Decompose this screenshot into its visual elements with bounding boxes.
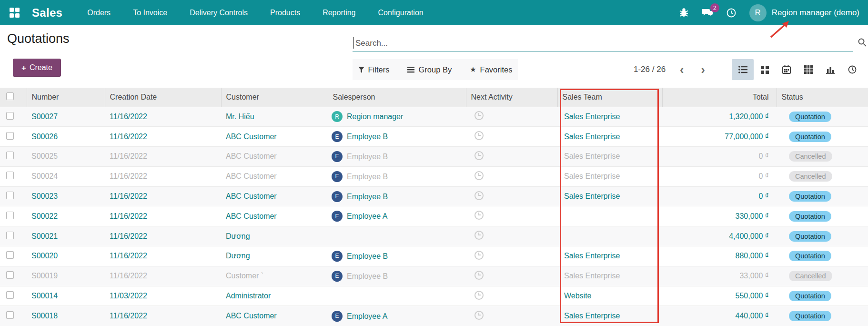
row-checkbox[interactable]: [6, 291, 14, 299]
star-icon: ★: [470, 65, 476, 74]
calendar-view-button[interactable]: [776, 59, 797, 80]
quotation-number-link[interactable]: S00018: [31, 312, 58, 320]
table-row[interactable]: S00022 11/16/2022 ABC Customer EEmployee…: [0, 206, 868, 226]
row-checkbox[interactable]: [6, 271, 14, 279]
row-checkbox[interactable]: [6, 212, 14, 219]
salesperson-cell: EEmployee B: [328, 127, 466, 147]
create-button-label: Create: [30, 63, 52, 72]
customer-cell: Customer `: [221, 266, 328, 286]
messages-icon[interactable]: 2: [702, 8, 713, 18]
menu-to-invoice[interactable]: To Invoice: [133, 9, 167, 17]
column-header-next-activity[interactable]: Next Activity: [466, 88, 557, 107]
column-header-creation-date[interactable]: Creation Date: [105, 88, 221, 107]
column-header-sales-team[interactable]: Sales Team: [557, 88, 662, 107]
table-row[interactable]: S00027 11/16/2022 Mr. Hiếu RRegion manag…: [0, 107, 868, 127]
table-row[interactable]: S00019 11/16/2022 Customer ` EEmployee B…: [0, 266, 868, 286]
row-checkbox[interactable]: [6, 251, 14, 259]
next-activity-clock-icon[interactable]: [474, 251, 484, 260]
table-row[interactable]: S00025 11/16/2022 ABC Customer EEmployee…: [0, 147, 868, 167]
quotation-number-link[interactable]: S00025: [31, 152, 58, 160]
apps-grid-icon[interactable]: [9, 7, 20, 19]
quotation-number-link[interactable]: S00023: [31, 192, 58, 200]
user-menu[interactable]: R Region manager (demo): [749, 4, 859, 21]
row-checkbox[interactable]: [6, 172, 14, 179]
menu-products[interactable]: Products: [270, 9, 300, 17]
select-all-checkbox[interactable]: [6, 92, 14, 100]
next-activity-clock-icon[interactable]: [474, 211, 484, 220]
salesperson-cell: EEmployee B: [328, 186, 466, 206]
column-header-salesperson[interactable]: Salesperson: [328, 88, 466, 107]
menu-delivery-controls[interactable]: Delivery Controls: [190, 9, 248, 17]
search-input[interactable]: [353, 35, 853, 51]
group-by-button[interactable]: Group By: [407, 65, 452, 74]
column-header-customer[interactable]: Customer: [221, 88, 328, 107]
menu-configuration[interactable]: Configuration: [378, 9, 424, 17]
filters-button[interactable]: Filters: [358, 65, 390, 74]
salesperson-avatar: E: [332, 271, 343, 282]
funnel-icon: [358, 67, 364, 73]
kanban-view-button[interactable]: [754, 59, 776, 80]
search-bar[interactable]: [353, 35, 853, 52]
quotation-number-link[interactable]: S00021: [31, 232, 58, 240]
next-activity-clock-icon[interactable]: [474, 271, 484, 280]
row-checkbox[interactable]: [6, 311, 14, 319]
column-header-status[interactable]: Status: [777, 88, 868, 107]
next-activity-clock-icon[interactable]: [474, 291, 484, 300]
table-row[interactable]: S00020 11/16/2022 Dương EEmployee B Sale…: [0, 246, 868, 266]
menu-reporting[interactable]: Reporting: [323, 9, 355, 17]
activity-view-button[interactable]: [841, 59, 863, 80]
salesperson-name: Employee A: [347, 312, 387, 320]
menu-orders[interactable]: Orders: [87, 9, 111, 17]
quotation-number-link[interactable]: S00024: [31, 172, 58, 180]
user-name[interactable]: Region manager (demo): [772, 8, 859, 18]
quotation-number-link[interactable]: S00026: [31, 132, 58, 141]
table-row[interactable]: S00026 11/16/2022 ABC Customer EEmployee…: [0, 127, 868, 147]
app-name[interactable]: Sales: [32, 6, 62, 20]
table-row[interactable]: S00021 11/16/2022 Dương 4,400,000 ₫ Quot…: [0, 226, 868, 246]
next-activity-clock-icon[interactable]: [474, 171, 484, 180]
table-row[interactable]: S00024 11/16/2022 ABC Customer EEmployee…: [0, 166, 868, 186]
row-checkbox[interactable]: [6, 192, 14, 199]
pager-next-icon[interactable]: ›: [698, 64, 707, 76]
sales-team-cell: Sales Enterprise: [557, 186, 662, 206]
search-icon[interactable]: [858, 38, 867, 47]
activity-clock-icon[interactable]: [726, 8, 737, 18]
quotations-table: Number Creation Date Customer Salesperso…: [0, 88, 868, 326]
customer-cell: ABC Customer: [221, 147, 328, 167]
pivot-view-button[interactable]: [797, 59, 819, 80]
bug-icon[interactable]: [679, 8, 689, 18]
quotation-number-link[interactable]: S00027: [31, 112, 58, 121]
salesperson-cell: EEmployee A: [328, 306, 466, 326]
favorites-button[interactable]: ★ Favorites: [470, 65, 512, 74]
pivot-view-icon: [804, 65, 813, 74]
next-activity-clock-icon[interactable]: [474, 131, 484, 140]
row-checkbox[interactable]: [6, 152, 14, 159]
pager-previous-icon[interactable]: ‹: [677, 64, 686, 76]
salesperson-avatar: R: [332, 111, 343, 122]
table-row[interactable]: S00018 11/16/2022 ABC Customer EEmployee…: [0, 306, 868, 326]
table-row[interactable]: S00014 11/03/2022 Administrator Website …: [0, 286, 868, 306]
table-row[interactable]: S00023 11/16/2022 ABC Customer EEmployee…: [0, 186, 868, 206]
row-checkbox[interactable]: [6, 232, 14, 239]
create-button[interactable]: + Create: [13, 59, 61, 77]
quotation-number-link[interactable]: S00022: [31, 212, 58, 220]
column-header-number[interactable]: Number: [27, 88, 105, 107]
next-activity-clock-icon[interactable]: [474, 191, 484, 200]
row-checkbox[interactable]: [6, 112, 14, 120]
next-activity-clock-icon[interactable]: [474, 231, 484, 240]
view-switcher: [732, 59, 863, 80]
next-activity-clock-icon[interactable]: [474, 311, 484, 320]
next-activity-clock-icon[interactable]: [474, 111, 484, 120]
graph-view-button[interactable]: [819, 59, 841, 80]
row-checkbox[interactable]: [6, 132, 14, 140]
quotation-number-link[interactable]: S00019: [31, 272, 58, 280]
main-menu: Orders To Invoice Delivery Controls Prod…: [87, 9, 423, 17]
quotation-number-link[interactable]: S00014: [31, 292, 58, 300]
creation-date-cell: 11/16/2022: [105, 226, 221, 246]
user-avatar[interactable]: R: [749, 4, 767, 21]
next-activity-clock-icon[interactable]: [474, 151, 484, 160]
list-view-button[interactable]: [732, 59, 754, 80]
column-header-total[interactable]: Total: [662, 88, 777, 107]
quotation-number-link[interactable]: S00020: [31, 252, 58, 260]
status-badge: Cancelled: [789, 151, 832, 162]
